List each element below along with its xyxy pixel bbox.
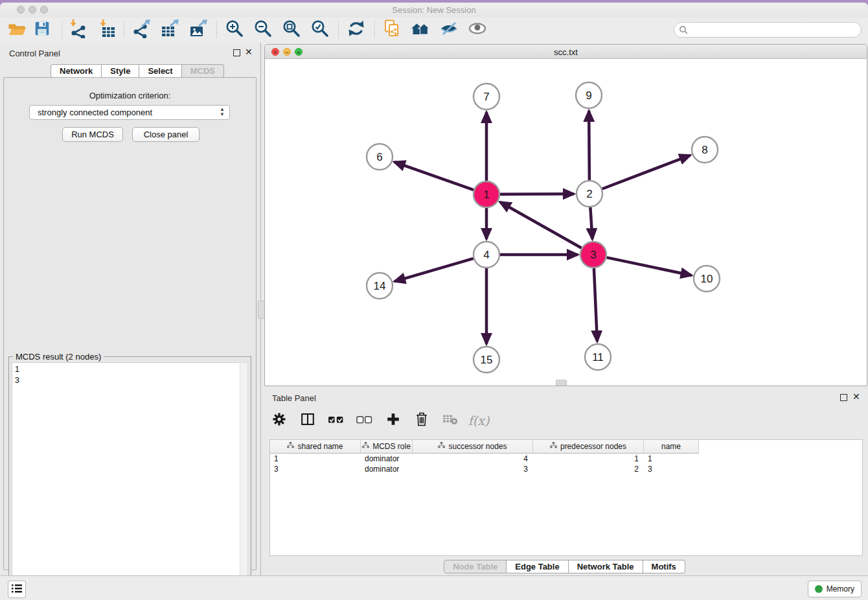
duplicate-network-button[interactable] (379, 19, 405, 41)
open-session-button[interactable] (4, 19, 30, 41)
import-table-button[interactable] (95, 19, 120, 41)
graph-node-6[interactable]: 6 (367, 144, 393, 170)
graph-edge-1-2[interactable] (500, 194, 574, 194)
graph-edge-4-14[interactable] (394, 259, 474, 281)
network-graph[interactable]: 1234678910111415 (265, 59, 867, 386)
tab-motifs[interactable]: Motifs (643, 560, 685, 573)
delete-column-button[interactable] (412, 411, 431, 430)
zoom-selected-icon (310, 19, 330, 41)
function-builder-button[interactable]: f(x) (469, 411, 488, 430)
table-panel: Table Panel ✕ f(x) shared nameMCDS roles… (261, 387, 868, 575)
import-table-icon (98, 19, 117, 41)
save-session-button[interactable] (29, 19, 55, 41)
table-float-icon[interactable] (840, 394, 847, 401)
graph-edge-2-9[interactable] (589, 111, 589, 180)
tab-network-table[interactable]: Network Table (569, 560, 643, 573)
close-panel-button[interactable]: Close panel (132, 127, 200, 142)
optimization-criterion-label: Optimization criterion: (4, 91, 256, 100)
tab-style[interactable]: Style (102, 64, 139, 78)
graph-node-15[interactable]: 15 (474, 347, 499, 373)
main-toolbar (0, 17, 868, 43)
table-settings-button[interactable] (269, 411, 289, 430)
trash-icon (415, 411, 429, 430)
select-none-button[interactable] (355, 411, 374, 430)
refresh-view-button[interactable] (343, 19, 369, 41)
gear-icon (271, 411, 287, 430)
column-header-successor-nodes[interactable]: successor nodes (413, 440, 533, 453)
tab-edge-table[interactable]: Edge Table (507, 560, 568, 573)
graph-node-1[interactable]: 1 (474, 181, 499, 207)
show-column-panel-button[interactable] (298, 411, 317, 430)
panel-list-button[interactable] (8, 581, 26, 598)
mcds-result-text[interactable]: 1 3 (12, 362, 241, 600)
canvas-splitter-grip[interactable] (556, 380, 567, 386)
graph-edge-3-1[interactable] (500, 202, 582, 248)
result-scrollbar[interactable] (240, 362, 248, 600)
run-mcds-button[interactable]: Run MCDS (62, 127, 123, 142)
network-window-titlebar[interactable]: ✕ − + scc.txt (265, 45, 867, 59)
import-network-button[interactable] (65, 19, 91, 41)
tab-node-table[interactable]: Node Table (444, 560, 507, 573)
graph-edge-2-3[interactable] (590, 207, 592, 239)
float-panel-icon[interactable] (233, 49, 240, 56)
zoom-selected-button[interactable] (307, 19, 333, 41)
import-network-icon (68, 19, 87, 41)
zoom-fit-button[interactable] (279, 19, 304, 41)
export-network-button[interactable] (128, 19, 154, 41)
application-window: Session: New Session (0, 3, 868, 600)
export-image-button[interactable] (185, 19, 211, 41)
split-columns-icon (300, 411, 315, 430)
export-table-button[interactable] (157, 19, 183, 41)
graph-node-4[interactable]: 4 (474, 242, 499, 268)
column-header-predecessor-nodes[interactable]: predecessor nodes (533, 440, 644, 453)
table-header-row: shared nameMCDS rolesuccessor nodesprede… (270, 440, 699, 454)
export-image-icon (188, 19, 208, 41)
column-header-shared-name[interactable]: shared name (270, 440, 361, 453)
tab-network[interactable]: Network (51, 64, 102, 78)
graph-node-10[interactable]: 10 (694, 266, 720, 292)
delete-table-button[interactable] (440, 411, 460, 430)
graph-node-14[interactable]: 14 (367, 273, 393, 299)
titlebar: Session: New Session (0, 3, 868, 18)
search-input[interactable] (691, 23, 861, 36)
graph-node-8[interactable]: 8 (692, 137, 718, 163)
svg-text:2: 2 (586, 188, 592, 200)
graph-edge-1-6[interactable] (394, 162, 474, 190)
graph-node-11[interactable]: 11 (585, 344, 611, 370)
unchecked-boxes-icon (356, 411, 374, 430)
column-header-MCDS-role[interactable]: MCDS role (361, 440, 413, 453)
graph-node-9[interactable]: 9 (576, 82, 602, 108)
graph-node-7[interactable]: 7 (474, 84, 499, 110)
select-all-button[interactable] (326, 411, 346, 430)
plus-icon (385, 411, 401, 430)
svg-text:7: 7 (483, 91, 489, 103)
search-field[interactable] (674, 22, 862, 38)
home-view-button[interactable] (407, 19, 433, 41)
graph-node-2[interactable]: 2 (577, 181, 602, 207)
criterion-select[interactable]: strongly connected component ▲▼ (29, 105, 230, 120)
tab-mcds[interactable]: MCDS (182, 64, 224, 78)
graph-edge-3-11[interactable] (594, 268, 597, 341)
graph-edge-2-8[interactable] (602, 156, 691, 189)
fx-icon: f(x) (468, 413, 490, 428)
table-row[interactable]: 3dominator323 (270, 464, 862, 474)
graph-node-3[interactable]: 3 (580, 242, 606, 268)
add-column-button[interactable] (383, 411, 403, 430)
table-close-icon[interactable]: ✕ (852, 393, 860, 400)
tab-select[interactable]: Select (139, 64, 181, 78)
eye-icon (468, 19, 487, 41)
close-panel-icon[interactable]: ✕ (245, 49, 253, 56)
search-icon (679, 25, 688, 34)
table-tabs: Node TableEdge TableNetwork TableMotifs (261, 560, 868, 573)
table-row[interactable]: 1dominator411 (270, 454, 862, 464)
graph-edge-3-10[interactable] (607, 257, 692, 275)
zoom-out-button[interactable] (250, 19, 276, 41)
save-floppy-icon (33, 19, 51, 40)
svg-text:11: 11 (592, 351, 604, 363)
zoom-in-button[interactable] (222, 19, 247, 41)
column-header-name[interactable]: name (644, 440, 699, 453)
show-graphics-button[interactable] (464, 19, 490, 41)
memory-button[interactable]: Memory (808, 581, 862, 597)
network-canvas[interactable]: 1234678910111415 (265, 59, 867, 386)
hide-graphics-button[interactable] (436, 19, 462, 41)
